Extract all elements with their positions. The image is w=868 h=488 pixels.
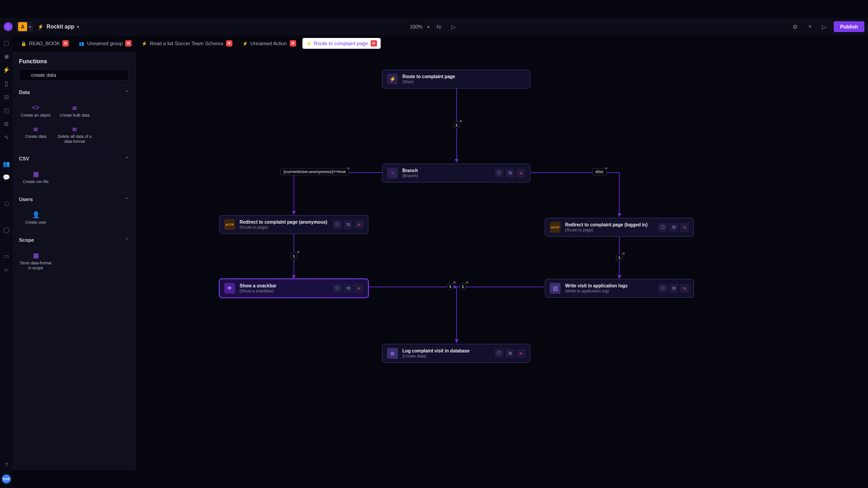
- table-icon: ▦: [31, 170, 40, 178]
- user-avatar[interactable]: TVP: [2, 474, 11, 483]
- page-icon[interactable]: ▢: [3, 39, 10, 46]
- chevron-up-icon: ⌃: [125, 156, 129, 161]
- fn-create-user[interactable]: 👤Create user: [17, 208, 54, 228]
- delete-icon[interactable]: ✕: [354, 284, 363, 293]
- share-icon[interactable]: ⇆: [434, 22, 444, 32]
- section-csv[interactable]: CSV ⌃: [13, 152, 135, 165]
- branch-condition-label[interactable]: {currentUser.anonymous}==true✕: [280, 168, 349, 175]
- document-icon: ▤: [550, 283, 561, 294]
- node-start[interactable]: ⚡ Route to complaint page (Start): [382, 70, 530, 89]
- close-icon[interactable]: ✕: [297, 250, 300, 254]
- gear-icon[interactable]: ⚙: [790, 22, 800, 32]
- tab-unnamed-group[interactable]: 👥 Unnamed group ✕: [75, 38, 135, 49]
- node-write-log[interactable]: ▤ Write visit in application logs (Write…: [545, 279, 694, 298]
- users-icon[interactable]: 👥: [3, 160, 10, 167]
- node-subtitle: (Write to application log): [565, 289, 654, 294]
- info-icon[interactable]: ⓘ: [658, 284, 667, 293]
- tab-read-list[interactable]: ⚡ Read a list Soccer Team Schema ✕: [138, 38, 236, 49]
- copy-icon[interactable]: ⧉: [669, 284, 678, 293]
- copy-icon[interactable]: ⧉: [344, 284, 353, 293]
- link-icon[interactable]: ◉: [3, 52, 10, 60]
- delete-icon[interactable]: ✕: [516, 169, 525, 178]
- bug-icon[interactable]: ⌖: [805, 22, 815, 32]
- person-icon[interactable]: ◯: [3, 226, 10, 233]
- close-icon[interactable]: ✕: [125, 40, 132, 47]
- bolt-icon[interactable]: ⚡: [3, 66, 10, 73]
- close-icon[interactable]: ✕: [346, 166, 351, 171]
- info-icon[interactable]: ⓘ: [333, 284, 342, 293]
- tab-route-complaint[interactable]: ⚡ Route to complaint page ✕: [302, 38, 381, 49]
- edge-order-badge[interactable]: 1✕: [447, 283, 454, 290]
- copy-icon[interactable]: ⧉: [669, 223, 678, 232]
- info-icon[interactable]: ⓘ: [658, 223, 667, 232]
- close-icon[interactable]: ✕: [459, 119, 462, 123]
- tab-read-book[interactable]: 🔒 READ_BOOK ✕: [17, 38, 72, 49]
- close-icon[interactable]: ✕: [371, 40, 377, 47]
- list-icon: ≣: [70, 125, 79, 132]
- node-snackbar[interactable]: 👁 Show a snackbar (Show a snackbar) ⓘ ⧉ …: [219, 279, 368, 298]
- info-icon[interactable]: ⓘ: [495, 349, 504, 358]
- close-icon[interactable]: ✕: [62, 40, 69, 47]
- section-scope[interactable]: Scope ⌃: [13, 233, 135, 246]
- close-icon[interactable]: ✕: [453, 281, 456, 285]
- workspace-selector[interactable]: A ▾: [16, 21, 33, 32]
- app-name-selector[interactable]: ⚡ Rockit app ▾: [38, 23, 79, 30]
- info-icon[interactable]: ⓘ: [333, 220, 342, 229]
- fn-create-csv[interactable]: ▦Create csv file: [17, 168, 54, 187]
- copy-icon[interactable]: ⧉: [344, 220, 353, 229]
- edge-order-badge[interactable]: 1✕: [459, 283, 467, 290]
- close-icon[interactable]: ✕: [226, 40, 232, 47]
- section-users[interactable]: Users ⌃: [13, 192, 135, 206]
- close-icon[interactable]: ✕: [604, 166, 609, 171]
- fn-store-scope[interactable]: ▦Store data-format in scope: [17, 249, 54, 273]
- copy-icon[interactable]: ⧉: [505, 169, 514, 178]
- folder-icon[interactable]: ▭: [3, 252, 10, 259]
- copy-icon[interactable]: ⧉: [505, 349, 514, 358]
- delete-icon[interactable]: ✕: [680, 223, 689, 232]
- delete-icon[interactable]: ✕: [516, 349, 525, 358]
- http-icon: HTTP: [550, 222, 561, 233]
- section-data[interactable]: Data ⌃: [13, 85, 135, 99]
- node-subtitle: (Route to page): [240, 225, 328, 230]
- zoom-control[interactable]: 100% ▾ ⇆ ▷: [410, 22, 458, 32]
- database-icon[interactable]: ⊟: [3, 93, 10, 100]
- play-icon[interactable]: ▷: [448, 22, 458, 32]
- bracket-icon[interactable]: []: [3, 80, 10, 87]
- section-users-items: 👤Create user: [13, 206, 135, 233]
- delete-icon[interactable]: ✕: [354, 220, 363, 229]
- publish-button[interactable]: Publish: [834, 21, 864, 32]
- workflow-canvas[interactable]: ⚡ Route to complaint page (Start) 1✕ ⑂ B…: [136, 52, 868, 488]
- fn-delete-all-data[interactable]: ≣Delete all data of a data-format: [56, 122, 93, 147]
- search-input[interactable]: [19, 69, 129, 81]
- fn-create-object[interactable]: <>Create an object: [17, 101, 54, 121]
- chat-icon[interactable]: 💬: [3, 174, 10, 181]
- tab-unnamed-action[interactable]: ⚡ Unnamed Action ✕: [239, 38, 300, 49]
- search-wrap: 🔍: [13, 69, 135, 85]
- eye-icon: 👁: [224, 283, 235, 294]
- node-log-database[interactable]: ≣ Log complaint visit in database (Creat…: [382, 344, 530, 363]
- delete-icon[interactable]: ✕: [680, 284, 689, 293]
- edge-order-badge[interactable]: 1✕: [453, 122, 460, 129]
- close-icon[interactable]: ✕: [290, 40, 296, 47]
- puzzle-icon[interactable]: ⬡: [3, 200, 10, 207]
- play-outline-icon[interactable]: ▷: [819, 22, 829, 32]
- edge-order-badge[interactable]: 1✕: [616, 254, 623, 261]
- branch-else-label[interactable]: else✕: [592, 168, 607, 175]
- node-redirect-logged-in[interactable]: HTTP Redirect to complaint page (logged …: [545, 218, 694, 237]
- help-icon[interactable]: ?: [3, 461, 10, 468]
- info-icon[interactable]: ⓘ: [495, 169, 504, 178]
- node-title: Log complaint visit in database: [402, 348, 490, 354]
- settings-icon[interactable]: ⚙: [3, 120, 10, 127]
- node-branch[interactable]: ⑂ Branch (Branch) ⓘ ⧉ ✕: [382, 164, 530, 183]
- app-logo[interactable]: [4, 22, 13, 31]
- close-icon[interactable]: ✕: [466, 281, 469, 285]
- node-redirect-anonymous[interactable]: HTTP Redirect to complaint page (anonymo…: [219, 215, 368, 234]
- bag-icon[interactable]: ▱: [3, 266, 10, 273]
- close-icon[interactable]: ✕: [622, 252, 625, 256]
- fn-create-bulk-data[interactable]: ≣Create bulk data: [56, 101, 93, 121]
- edge-order-badge[interactable]: 1✕: [290, 253, 297, 260]
- node-subtitle: (Show a snackbar): [240, 289, 328, 294]
- brush-icon[interactable]: ✎: [3, 134, 10, 141]
- layers-icon[interactable]: ◫: [3, 107, 10, 114]
- fn-create-data[interactable]: ≣Create data: [17, 122, 54, 147]
